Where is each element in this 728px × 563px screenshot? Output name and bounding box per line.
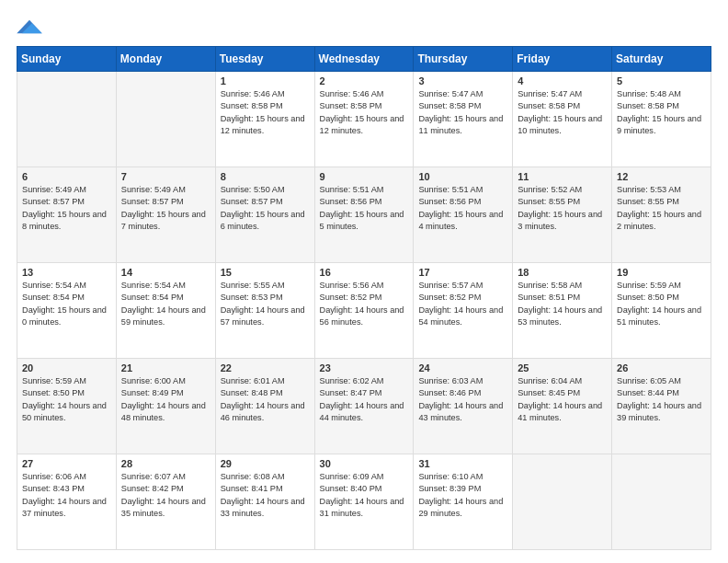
day-number: 11 xyxy=(518,171,607,182)
calendar-cell: 5Sunrise: 5:48 AMSunset: 8:58 PMDaylight… xyxy=(612,72,711,167)
page: SundayMondayTuesdayWednesdayThursdayFrid… xyxy=(0,0,728,563)
week-row-4: 27Sunrise: 6:06 AMSunset: 8:43 PMDayligh… xyxy=(17,454,711,550)
weekday-header-friday: Friday xyxy=(513,47,612,72)
week-row-3: 20Sunrise: 5:59 AMSunset: 8:50 PMDayligh… xyxy=(17,359,711,454)
calendar-cell: 16Sunrise: 5:56 AMSunset: 8:52 PMDayligh… xyxy=(314,263,414,359)
weekday-header-wednesday: Wednesday xyxy=(314,47,414,72)
calendar-cell: 27Sunrise: 6:06 AMSunset: 8:43 PMDayligh… xyxy=(17,454,117,550)
logo-icon xyxy=(17,17,42,37)
calendar-cell: 7Sunrise: 5:49 AMSunset: 8:57 PMDaylight… xyxy=(116,167,215,263)
cell-info: Sunrise: 6:07 AMSunset: 8:42 PMDaylight:… xyxy=(121,472,206,518)
cell-info: Sunrise: 5:47 AMSunset: 8:58 PMDaylight:… xyxy=(418,89,503,135)
calendar-cell: 26Sunrise: 6:05 AMSunset: 8:44 PMDayligh… xyxy=(612,359,711,454)
cell-info: Sunrise: 5:54 AMSunset: 8:54 PMDaylight:… xyxy=(22,281,107,327)
weekday-header-row: SundayMondayTuesdayWednesdayThursdayFrid… xyxy=(17,47,711,72)
day-number: 8 xyxy=(221,171,310,182)
cell-info: Sunrise: 6:04 AMSunset: 8:45 PMDaylight:… xyxy=(518,376,602,422)
week-row-0: 1Sunrise: 5:46 AMSunset: 8:58 PMDaylight… xyxy=(17,72,711,167)
cell-info: Sunrise: 5:55 AMSunset: 8:53 PMDaylight:… xyxy=(221,281,305,327)
cell-info: Sunrise: 5:50 AMSunset: 8:57 PMDaylight:… xyxy=(221,185,305,231)
calendar-cell: 19Sunrise: 5:59 AMSunset: 8:50 PMDayligh… xyxy=(612,263,711,359)
cell-info: Sunrise: 5:58 AMSunset: 8:51 PMDaylight:… xyxy=(518,281,602,327)
day-number: 6 xyxy=(22,171,111,182)
day-number: 2 xyxy=(320,75,409,86)
calendar-cell xyxy=(612,454,711,550)
day-number: 30 xyxy=(320,458,409,469)
day-number: 13 xyxy=(22,267,111,278)
calendar-cell: 25Sunrise: 6:04 AMSunset: 8:45 PMDayligh… xyxy=(513,359,612,454)
calendar-cell: 14Sunrise: 5:54 AMSunset: 8:54 PMDayligh… xyxy=(116,263,215,359)
calendar-cell: 23Sunrise: 6:02 AMSunset: 8:47 PMDayligh… xyxy=(314,359,414,454)
calendar-cell: 8Sunrise: 5:50 AMSunset: 8:57 PMDaylight… xyxy=(215,167,314,263)
cell-info: Sunrise: 6:10 AMSunset: 8:39 PMDaylight:… xyxy=(418,472,503,518)
calendar-cell: 1Sunrise: 5:46 AMSunset: 8:58 PMDaylight… xyxy=(215,72,314,167)
calendar-cell: 21Sunrise: 6:00 AMSunset: 8:49 PMDayligh… xyxy=(116,359,215,454)
calendar-cell: 24Sunrise: 6:03 AMSunset: 8:46 PMDayligh… xyxy=(414,359,513,454)
calendar-cell: 11Sunrise: 5:52 AMSunset: 8:55 PMDayligh… xyxy=(513,167,612,263)
calendar-cell xyxy=(116,72,215,167)
day-number: 24 xyxy=(418,362,507,373)
calendar-cell xyxy=(17,72,117,167)
day-number: 28 xyxy=(121,458,210,469)
calendar-cell: 10Sunrise: 5:51 AMSunset: 8:56 PMDayligh… xyxy=(414,167,513,263)
calendar-cell: 9Sunrise: 5:51 AMSunset: 8:56 PMDaylight… xyxy=(314,167,414,263)
calendar-cell: 31Sunrise: 6:10 AMSunset: 8:39 PMDayligh… xyxy=(414,454,513,550)
day-number: 9 xyxy=(320,171,409,182)
calendar-cell xyxy=(513,454,612,550)
day-number: 20 xyxy=(22,362,111,373)
day-number: 31 xyxy=(418,458,507,469)
day-number: 16 xyxy=(320,267,409,278)
calendar-cell: 6Sunrise: 5:49 AMSunset: 8:57 PMDaylight… xyxy=(17,167,117,263)
cell-info: Sunrise: 6:09 AMSunset: 8:40 PMDaylight:… xyxy=(320,472,404,518)
day-number: 5 xyxy=(617,75,706,86)
calendar-cell: 29Sunrise: 6:08 AMSunset: 8:41 PMDayligh… xyxy=(215,454,314,550)
calendar-cell: 12Sunrise: 5:53 AMSunset: 8:55 PMDayligh… xyxy=(612,167,711,263)
cell-info: Sunrise: 6:08 AMSunset: 8:41 PMDaylight:… xyxy=(221,472,305,518)
cell-info: Sunrise: 6:06 AMSunset: 8:43 PMDaylight:… xyxy=(22,472,107,518)
cell-info: Sunrise: 5:59 AMSunset: 8:50 PMDaylight:… xyxy=(617,281,701,327)
calendar-cell: 2Sunrise: 5:46 AMSunset: 8:58 PMDaylight… xyxy=(314,72,414,167)
header xyxy=(17,17,711,37)
day-number: 7 xyxy=(121,171,210,182)
cell-info: Sunrise: 5:52 AMSunset: 8:55 PMDaylight:… xyxy=(518,185,602,231)
cell-info: Sunrise: 6:00 AMSunset: 8:49 PMDaylight:… xyxy=(121,376,206,422)
day-number: 15 xyxy=(221,267,310,278)
weekday-header-tuesday: Tuesday xyxy=(215,47,314,72)
cell-info: Sunrise: 5:49 AMSunset: 8:57 PMDaylight:… xyxy=(121,185,206,231)
calendar-cell: 17Sunrise: 5:57 AMSunset: 8:52 PMDayligh… xyxy=(414,263,513,359)
day-number: 18 xyxy=(518,267,607,278)
calendar-cell: 15Sunrise: 5:55 AMSunset: 8:53 PMDayligh… xyxy=(215,263,314,359)
day-number: 26 xyxy=(617,362,706,373)
calendar-cell: 28Sunrise: 6:07 AMSunset: 8:42 PMDayligh… xyxy=(116,454,215,550)
calendar-cell: 20Sunrise: 5:59 AMSunset: 8:50 PMDayligh… xyxy=(17,359,117,454)
weekday-header-saturday: Saturday xyxy=(612,47,711,72)
weekday-header-monday: Monday xyxy=(116,47,215,72)
week-row-2: 13Sunrise: 5:54 AMSunset: 8:54 PMDayligh… xyxy=(17,263,711,359)
cell-info: Sunrise: 6:02 AMSunset: 8:47 PMDaylight:… xyxy=(320,376,404,422)
day-number: 29 xyxy=(221,458,310,469)
day-number: 17 xyxy=(418,267,507,278)
calendar-cell: 18Sunrise: 5:58 AMSunset: 8:51 PMDayligh… xyxy=(513,263,612,359)
calendar-cell: 13Sunrise: 5:54 AMSunset: 8:54 PMDayligh… xyxy=(17,263,117,359)
cell-info: Sunrise: 5:59 AMSunset: 8:50 PMDaylight:… xyxy=(22,376,107,422)
day-number: 4 xyxy=(518,75,607,86)
day-number: 23 xyxy=(320,362,409,373)
cell-info: Sunrise: 5:54 AMSunset: 8:54 PMDaylight:… xyxy=(121,281,206,327)
calendar-cell: 22Sunrise: 6:01 AMSunset: 8:48 PMDayligh… xyxy=(215,359,314,454)
cell-info: Sunrise: 5:46 AMSunset: 8:58 PMDaylight:… xyxy=(320,89,404,135)
calendar-cell: 3Sunrise: 5:47 AMSunset: 8:58 PMDaylight… xyxy=(414,72,513,167)
cell-info: Sunrise: 5:46 AMSunset: 8:58 PMDaylight:… xyxy=(221,89,305,135)
cell-info: Sunrise: 5:56 AMSunset: 8:52 PMDaylight:… xyxy=(320,281,404,327)
cell-info: Sunrise: 5:47 AMSunset: 8:58 PMDaylight:… xyxy=(518,89,602,135)
day-number: 10 xyxy=(418,171,507,182)
cell-info: Sunrise: 5:51 AMSunset: 8:56 PMDaylight:… xyxy=(320,185,404,231)
day-number: 22 xyxy=(221,362,310,373)
weekday-header-sunday: Sunday xyxy=(17,47,117,72)
day-number: 19 xyxy=(617,267,706,278)
cell-info: Sunrise: 5:53 AMSunset: 8:55 PMDaylight:… xyxy=(617,185,701,231)
cell-info: Sunrise: 5:57 AMSunset: 8:52 PMDaylight:… xyxy=(418,281,503,327)
day-number: 3 xyxy=(418,75,507,86)
cell-info: Sunrise: 6:03 AMSunset: 8:46 PMDaylight:… xyxy=(418,376,503,422)
day-number: 27 xyxy=(22,458,111,469)
day-number: 21 xyxy=(121,362,210,373)
